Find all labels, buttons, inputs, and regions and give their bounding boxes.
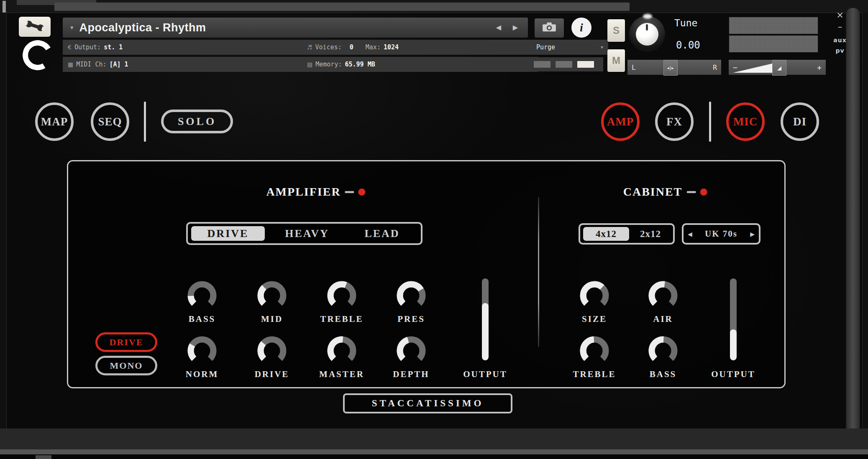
di-page-button[interactable]: DI xyxy=(781,102,819,141)
chevron-down-icon[interactable]: ▾ xyxy=(70,24,74,31)
mic-page-button[interactable]: MIC xyxy=(726,102,765,141)
cropped-bottom-strip xyxy=(0,454,868,459)
cab-bass-knob[interactable] xyxy=(646,334,680,367)
cab-output-label: OUTPUT xyxy=(702,369,765,380)
cabinet-model-label: UK 70s xyxy=(705,229,737,239)
map-label: MAP xyxy=(41,115,68,128)
pan-left-label: L xyxy=(632,64,636,71)
bass-knob[interactable] xyxy=(185,278,219,312)
notes-icon: ♬ xyxy=(307,44,312,51)
pres-knob-label: PRES xyxy=(380,314,443,324)
indicator-bar xyxy=(534,61,551,68)
volume-handle-icon: ◢ xyxy=(777,65,781,71)
amp-label: AMP xyxy=(607,115,634,128)
memory-chip-icon: ▤ xyxy=(307,61,312,68)
instrument-title: Apocalyptica - Rhythm xyxy=(79,21,206,34)
chevron-down-icon[interactable]: ▾ xyxy=(601,44,603,50)
amp-page-button[interactable]: AMP xyxy=(601,102,640,141)
midi-channel-select[interactable]: ▦ MIDI Ch: [A] 1 ▾ xyxy=(63,57,310,72)
cab-output-slider[interactable] xyxy=(730,278,737,360)
air-knob[interactable] xyxy=(646,278,680,312)
next-model-arrow[interactable]: ▶ xyxy=(750,231,755,237)
di-label: DI xyxy=(793,115,807,128)
treble-knob[interactable] xyxy=(325,278,358,312)
output-label: Output: xyxy=(74,43,101,51)
mono-toggle[interactable]: MONO xyxy=(95,356,157,375)
tab-4x12-selected[interactable]: 4x12 xyxy=(583,227,629,241)
staccatissimo-button[interactable]: STACCATISSIMO xyxy=(343,393,512,413)
amp-output-slider[interactable] xyxy=(482,278,489,360)
cab-bass-knob-label: BASS xyxy=(632,369,694,380)
tab-lead[interactable]: LEAD xyxy=(346,226,419,241)
rack-bottom-strip xyxy=(0,428,868,449)
tab-drive-selected[interactable]: DRIVE xyxy=(191,226,265,241)
mute-channel-button[interactable]: M xyxy=(607,49,625,72)
map-button[interactable]: MAP xyxy=(35,102,74,141)
master-knob-label: MASTER xyxy=(310,369,373,380)
power-on-indicator[interactable] xyxy=(700,189,707,196)
memory-label: Memory: xyxy=(315,61,342,68)
cab-treble-knob[interactable] xyxy=(578,334,611,367)
amp-type-tabs: DRIVE HEAVY LEAD xyxy=(186,222,422,245)
rack-header-edge xyxy=(54,3,630,11)
purge-menu[interactable]: Purge ▾ xyxy=(531,40,608,55)
depth-knob-label: DEPTH xyxy=(380,369,443,380)
power-on-indicator[interactable] xyxy=(358,189,366,196)
mute-channel-label: M xyxy=(612,55,620,66)
mid-knob[interactable] xyxy=(255,278,289,312)
air-knob-label: AIR xyxy=(632,314,694,324)
power-dash-icon xyxy=(345,191,354,193)
pres-knob[interactable] xyxy=(394,278,428,312)
tab-heavy[interactable]: HEAVY xyxy=(269,226,345,241)
prev-instrument-arrow[interactable]: ◀ xyxy=(496,23,501,31)
amp-output-fill xyxy=(482,303,489,360)
output-select[interactable]: € Output: st. 1 ▾ xyxy=(63,40,310,55)
indicator-bar-lit xyxy=(577,61,594,68)
volume-handle[interactable]: ◢ xyxy=(772,60,786,76)
info-button[interactable]: i xyxy=(571,18,591,38)
max-voices-label: Max: xyxy=(366,43,381,51)
tune-value: 0.00 xyxy=(671,37,730,54)
prev-model-arrow[interactable]: ◀ xyxy=(688,231,692,237)
volume-minus-label: − xyxy=(733,63,737,72)
solo-channel-label: S xyxy=(613,25,620,36)
level-meter-left xyxy=(729,17,818,34)
solo-channel-button[interactable]: S xyxy=(607,19,625,42)
indicator-bar xyxy=(556,61,572,68)
fx-page-button[interactable]: FX xyxy=(655,102,694,141)
power-dash-icon xyxy=(686,191,696,193)
midi-value: [A] 1 xyxy=(109,61,128,68)
cropped-ui-fragment xyxy=(36,455,51,459)
cabinet-model-selector: ◀ UK 70s ▶ xyxy=(682,223,760,245)
cab-output-fill xyxy=(730,329,737,360)
drive-knob[interactable] xyxy=(255,334,289,367)
pan-handle[interactable]: ◂|▸ xyxy=(663,60,678,76)
drive-toggle[interactable]: DRIVE xyxy=(95,332,157,352)
size-knob[interactable] xyxy=(578,278,611,312)
tune-knob-glint xyxy=(643,14,652,19)
edit-instrument-button[interactable] xyxy=(19,17,51,37)
midi-plug-icon: ▦ xyxy=(68,61,73,68)
depth-knob[interactable] xyxy=(394,334,428,367)
voices-value: 0 xyxy=(350,43,353,51)
snapshot-button[interactable] xyxy=(535,18,564,38)
tune-knob-pointer xyxy=(646,24,648,31)
mid-knob-label: MID xyxy=(241,314,303,324)
output-value: st. 1 xyxy=(104,43,123,51)
rack-edge-fragment xyxy=(3,1,6,13)
norm-knob[interactable] xyxy=(185,334,219,367)
purge-indicator-bars xyxy=(531,57,603,71)
treble-knob-label: TREBLE xyxy=(310,314,373,324)
scrollbar[interactable] xyxy=(846,8,860,451)
master-knob[interactable] xyxy=(325,334,358,367)
pan-center-icon: ◂|▸ xyxy=(667,66,674,70)
fx-label: FX xyxy=(666,115,682,128)
solo-mode-button[interactable]: SOLO xyxy=(161,110,233,133)
amplifier-section-title: AMPLIFIER xyxy=(266,185,365,199)
pan-right-label: R xyxy=(713,64,717,71)
next-instrument-arrow[interactable]: ▶ xyxy=(513,23,518,31)
seq-button[interactable]: SEQ xyxy=(91,102,129,141)
tab-2x12[interactable]: 2x12 xyxy=(630,227,671,241)
instrument-title-bar[interactable]: ▾ Apocalyptica - Rhythm ◀ ▶ xyxy=(63,18,528,38)
purge-label: Purge xyxy=(536,43,555,51)
